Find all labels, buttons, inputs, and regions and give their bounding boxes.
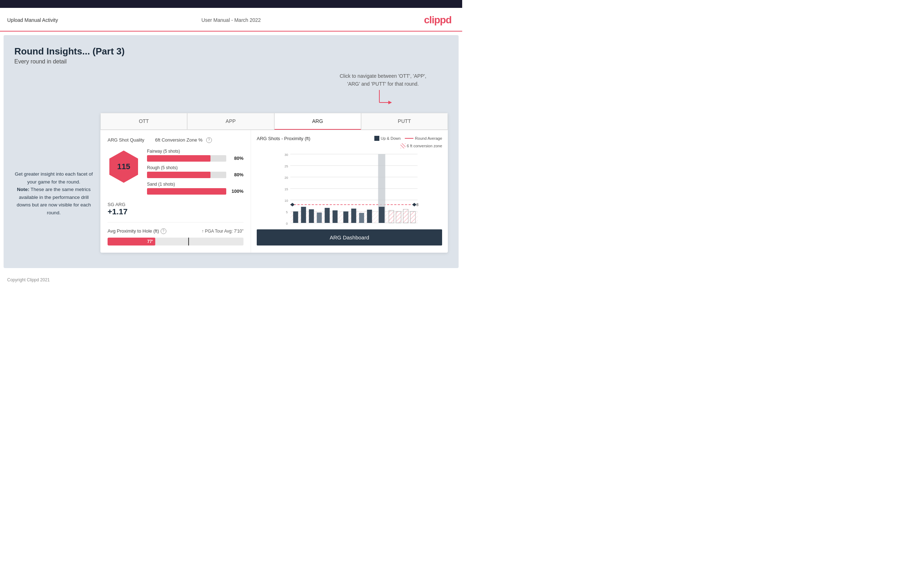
svg-text:25: 25 [285, 164, 288, 168]
copyright: Copyright Clippd 2021 [7, 277, 50, 282]
doc-title: User Manual - March 2022 [202, 17, 261, 23]
svg-rect-26 [309, 209, 314, 223]
score-row: 115 Fairway (5 shots) 80% [108, 149, 244, 198]
annotation-note: Click to navigate between 'OTT', 'APP','… [339, 72, 426, 88]
sg-section: SG ARG +1.17 [108, 202, 244, 216]
bar-rough: Rough (5 shots) 80% [147, 165, 244, 178]
svg-rect-36 [389, 210, 394, 223]
insight-note: Note: [17, 187, 29, 192]
chart-legend: Up & Down Round Average [374, 136, 442, 141]
svg-marker-21 [291, 203, 295, 206]
svg-rect-35 [379, 207, 385, 223]
svg-marker-22 [412, 203, 417, 206]
arg-shot-quality-label: ARG Shot Quality [108, 137, 144, 143]
chart-area: 0 5 10 15 20 25 30 [257, 151, 442, 227]
svg-text:30: 30 [285, 153, 288, 156]
chart-title: ARG Shots - Proximity (ft) [257, 136, 310, 141]
proximity-value: 77' [147, 239, 153, 244]
svg-rect-39 [410, 211, 415, 223]
hex-score-value: 115 [117, 162, 131, 171]
bar-track-fairway [147, 155, 226, 162]
pga-label: ↑ PGA Tour Avg: 7'10" [202, 229, 244, 234]
bar-label-sand: Sand (1 shots) [147, 182, 244, 187]
bar-fill-fairway [147, 155, 210, 162]
sg-value: +1.17 [108, 207, 244, 216]
svg-marker-2 [388, 101, 392, 104]
bar-track-rough [147, 172, 226, 178]
legend-conversion-zone: 6 ft conversion zone [257, 143, 442, 148]
svg-text:15: 15 [285, 187, 288, 191]
bar-fill-rough [147, 172, 210, 178]
proximity-bar-track: 77' [108, 238, 244, 245]
svg-rect-38 [403, 209, 409, 223]
chart-header: ARG Shots - Proximity (ft) Up & Down Rou… [257, 136, 442, 141]
upload-label[interactable]: Upload Manual Activity [7, 17, 58, 23]
help-icon[interactable]: ? [206, 137, 212, 143]
svg-text:0: 0 [286, 222, 288, 226]
svg-text:8: 8 [417, 203, 419, 207]
bar-pct-sand: 100% [229, 189, 244, 194]
bar-sand: Sand (1 shots) 100% [147, 182, 244, 195]
svg-text:10: 10 [285, 199, 288, 203]
bar-label-fairway: Fairway (5 shots) [147, 149, 244, 154]
proximity-header: Avg Proximity to Hole (ft) ? ↑ PGA Tour … [108, 228, 244, 234]
bar-fill-sand [147, 188, 226, 195]
bar-label-rough: Rough (5 shots) [147, 165, 244, 170]
arrow-icon [368, 88, 397, 110]
bar-pct-rough: 80% [229, 172, 244, 177]
chart-panel: ARG Shots - Proximity (ft) Up & Down Rou… [251, 130, 448, 253]
sg-label: SG ARG [108, 202, 244, 207]
bar-fairway: Fairway (5 shots) 80% [147, 149, 244, 162]
svg-rect-37 [396, 211, 401, 223]
bar-track-sand [147, 188, 226, 195]
svg-rect-27 [317, 213, 322, 223]
bars-section: Fairway (5 shots) 80% Rough (5 shots) [147, 149, 244, 198]
svg-rect-29 [333, 210, 338, 223]
insight-text: Get greater insight into each facet of y… [15, 170, 93, 217]
svg-rect-33 [367, 210, 372, 223]
page-title: Round Insights... (Part 3) [15, 46, 448, 57]
cursor-line [188, 238, 189, 245]
proximity-help-icon[interactable]: ? [161, 228, 166, 234]
content-layout: Get greater insight into each facet of y… [15, 113, 448, 253]
tab-app[interactable]: APP [187, 113, 274, 130]
legend-box-up-down [374, 136, 380, 141]
dashboard-body: ARG Shot Quality 6ft Conversion Zone % ?… [100, 130, 448, 253]
top-bar [0, 0, 462, 8]
conversion-zone-label: 6ft Conversion Zone % [155, 137, 203, 143]
left-panel: Get greater insight into each facet of y… [15, 113, 93, 253]
proximity-label: Avg Proximity to Hole (ft) ? [108, 228, 166, 234]
logo[interactable]: clippd [424, 15, 451, 26]
stats-panel: ARG Shot Quality 6ft Conversion Zone % ?… [100, 130, 251, 253]
arg-dashboard-button[interactable]: ARG Dashboard [257, 229, 442, 245]
svg-rect-25 [301, 207, 306, 223]
footer: Copyright Clippd 2021 [0, 272, 462, 288]
tab-arg[interactable]: ARG [274, 113, 361, 130]
arg-chart-svg: 0 5 10 15 20 25 30 [257, 151, 442, 227]
svg-rect-32 [359, 213, 364, 223]
page-subtitle: Every round in detail [15, 58, 448, 65]
legend-hatched-item: 6 ft conversion zone [401, 143, 442, 148]
stats-header: ARG Shot Quality 6ft Conversion Zone % ? [108, 137, 244, 143]
svg-rect-31 [351, 209, 356, 223]
tab-ott[interactable]: OTT [100, 113, 187, 130]
bar-pct-fairway: 80% [229, 156, 244, 161]
header: Upload Manual Activity User Manual - Mar… [0, 8, 462, 32]
main-content: Round Insights... (Part 3) Every round i… [3, 35, 459, 268]
tab-putt[interactable]: PUTT [361, 113, 448, 130]
legend-hatched-box [401, 143, 405, 148]
svg-rect-28 [325, 208, 330, 223]
legend-up-down: Up & Down [374, 136, 401, 141]
tab-bar: OTT APP ARG PUTT [100, 113, 448, 130]
svg-rect-24 [293, 211, 298, 223]
svg-rect-30 [344, 211, 349, 223]
proximity-section: Avg Proximity to Hole (ft) ? ↑ PGA Tour … [108, 222, 244, 245]
svg-text:20: 20 [285, 176, 288, 180]
proximity-bar-fill: 77' [108, 238, 155, 245]
legend-dash-round-avg [405, 138, 414, 139]
dashboard: OTT APP ARG PUTT ARG Shot Quality 6ft Co… [100, 113, 448, 253]
legend-round-avg: Round Average [405, 136, 442, 140]
hex-score-container: 115 [108, 149, 140, 185]
svg-text:5: 5 [286, 210, 288, 214]
annotation-area: Click to navigate between 'OTT', 'APP','… [15, 72, 448, 111]
